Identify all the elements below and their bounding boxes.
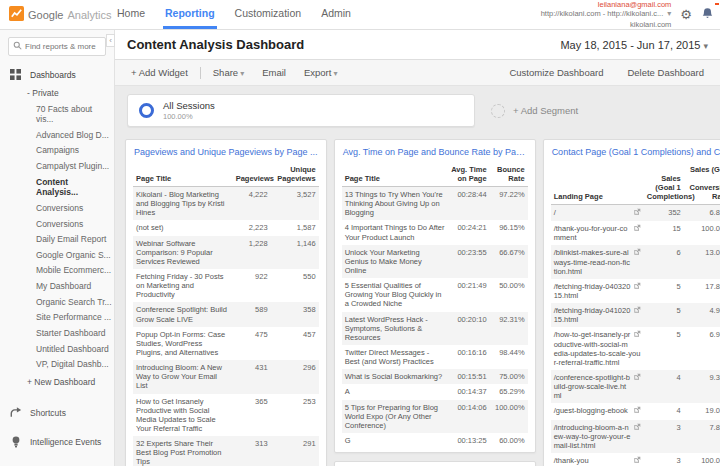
export-button[interactable]: Export▾ bbox=[300, 65, 341, 80]
account-area: leilaniana@gmail.com http://kikolani.com… bbox=[541, 0, 720, 29]
row-value-cell: 00:23:55 bbox=[448, 245, 490, 278]
sidebar-search[interactable] bbox=[8, 37, 106, 56]
row-value-cell: 75.00% bbox=[490, 369, 528, 384]
row-value-cell: 6.94% bbox=[684, 327, 720, 370]
external-link-icon[interactable] bbox=[633, 456, 641, 466]
row-label-cell: /thank-you bbox=[551, 453, 644, 466]
tab-admin[interactable]: Admin bbox=[319, 0, 353, 29]
table-row: Introducing Bloom: A New Way to Grow You… bbox=[133, 360, 319, 393]
sidebar-item-real-time[interactable]: Real-Time bbox=[0, 457, 114, 466]
table-row: Unlock Your Marketing Genius to Make Mon… bbox=[342, 245, 528, 278]
add-segment-button[interactable]: + Add Segment bbox=[491, 104, 578, 118]
sidebar-dashboard-item[interactable]: My Dashboard bbox=[0, 279, 114, 295]
row-label-cell: (not set) bbox=[133, 220, 233, 235]
share-button[interactable]: Share▾ bbox=[209, 65, 248, 80]
row-label-cell: Fetching Friday - 30 Posts on Marketing … bbox=[133, 269, 233, 302]
notification-badge bbox=[715, 3, 719, 5]
sidebar-dashboard-item[interactable]: Organic Search Tr... bbox=[0, 294, 114, 310]
sidebar-dashboard-item[interactable]: Campaigns bbox=[0, 143, 114, 159]
row-value-cell: 296 bbox=[271, 360, 319, 393]
external-link-icon[interactable] bbox=[633, 282, 641, 292]
sidebar-dashboard-item[interactable]: Mobile Ecommerc... bbox=[0, 263, 114, 279]
row-value-cell: 5 bbox=[644, 303, 684, 327]
search-input[interactable] bbox=[25, 42, 101, 51]
sidebar-dashboard-item[interactable]: VP, Digital Dashb... bbox=[0, 357, 114, 373]
new-dashboard-button[interactable]: + New Dashboard bbox=[0, 372, 114, 392]
row-value-cell: 19.05% bbox=[684, 403, 720, 419]
sidebar-dashboard-item[interactable]: Google Organic S... bbox=[0, 247, 114, 263]
segment-all-sessions[interactable]: All Sessions 100.00% bbox=[127, 94, 475, 127]
email-button[interactable]: Email bbox=[258, 65, 290, 80]
tab-home[interactable]: Home bbox=[115, 0, 147, 29]
row-value-cell: 100.00% bbox=[490, 400, 528, 433]
external-link-icon[interactable] bbox=[633, 330, 641, 340]
external-link-icon[interactable] bbox=[633, 373, 641, 383]
row-value-cell: 291 bbox=[271, 436, 319, 466]
notifications-bell[interactable] bbox=[701, 7, 716, 22]
table-row: G00:13:2560.00% bbox=[342, 433, 528, 448]
table-row: How to Get Insanely Productive with Soci… bbox=[133, 394, 319, 437]
sidebar-private-toggle[interactable]: - Private bbox=[0, 85, 114, 101]
external-link-icon[interactable] bbox=[633, 208, 641, 218]
tab-customization[interactable]: Customization bbox=[233, 0, 304, 29]
row-label-cell: / bbox=[551, 205, 644, 222]
external-link-icon[interactable] bbox=[633, 406, 641, 416]
external-link-icon[interactable] bbox=[633, 423, 641, 433]
widget-column-2: Avg. Time on Page and Bounce Rate by Pag… bbox=[334, 139, 536, 466]
widget-title-link[interactable]: Contact Page (Goal 1 Completions) and Co… bbox=[551, 146, 720, 162]
row-label-cell: /blinkist-makes-sure-always-time-read-no… bbox=[551, 245, 644, 278]
gear-icon[interactable]: ⚙ bbox=[680, 8, 692, 21]
customize-dashboard-button[interactable]: Customize Dashboard bbox=[505, 65, 607, 80]
row-label-cell: 32 Experts Share Their Best Blog Post Pr… bbox=[133, 436, 233, 466]
sidebar-dashboard-item[interactable]: 70 Facts about vis... bbox=[0, 101, 114, 127]
sidebar-dashboard-item[interactable]: Conversions bbox=[0, 216, 114, 232]
sidebar-dashboard-item[interactable]: Campalyst Plugin... bbox=[0, 159, 114, 175]
row-value-cell: 475 bbox=[233, 327, 271, 360]
sidebar-dashboard-item[interactable]: Daily Email Report bbox=[0, 232, 114, 248]
row-value-cell: 00:24:21 bbox=[448, 220, 490, 244]
logo-text-google: Google bbox=[28, 9, 63, 21]
sidebar-dashboard-item[interactable]: Starter Dashboard bbox=[0, 325, 114, 341]
external-link-icon[interactable] bbox=[633, 224, 641, 234]
table-row: Fetching Friday - 30 Posts on Marketing … bbox=[133, 269, 319, 302]
google-analytics-logo[interactable]: Google Analytics bbox=[0, 0, 115, 29]
add-widget-button[interactable]: + Add Widget bbox=[127, 65, 192, 80]
column-header: Unique Pageviews bbox=[271, 162, 319, 187]
table-row: 5 Essential Qualities of Growing Your Bl… bbox=[342, 278, 528, 311]
sidebar-item-shortcuts[interactable]: Shortcuts bbox=[0, 398, 114, 427]
external-link-icon[interactable] bbox=[633, 248, 641, 258]
table-row: 4 Important Things to Do After Your Prod… bbox=[342, 220, 528, 244]
pageviews-table: Page TitlePageviewsUnique Pageviews Kiko… bbox=[133, 162, 319, 466]
widget-title-link[interactable]: Pageviews and Unique Pageviews by Page .… bbox=[133, 146, 319, 162]
table-row: Twitter Direct Messages - Best (and Wors… bbox=[342, 345, 528, 369]
row-value-cell: 550 bbox=[271, 269, 319, 302]
row-value-cell: 5 bbox=[644, 279, 684, 303]
row-value-cell: 66.67% bbox=[490, 245, 528, 278]
widget-title-link[interactable]: Avg. Time on Page and Bounce Rate by Pag… bbox=[342, 146, 528, 162]
caret-down-icon: ▾ bbox=[333, 69, 337, 78]
sidebar-dashboard-item[interactable]: Advanced Blog D... bbox=[0, 127, 114, 143]
row-value-cell: 589 bbox=[233, 302, 271, 326]
sidebar-dashboard-item[interactable]: Untitled Dashboard bbox=[0, 341, 114, 357]
tab-reporting[interactable]: Reporting bbox=[163, 0, 217, 29]
date-range-selector[interactable]: May 18, 2015 - Jun 17, 2015▾ bbox=[560, 39, 708, 51]
sidebar-item-intelligence-events[interactable]: Intelligence Events bbox=[0, 427, 114, 457]
sidebar-collapse-button[interactable]: ‹ bbox=[106, 34, 115, 47]
row-value-cell: 6 bbox=[644, 245, 684, 278]
external-link-icon[interactable] bbox=[633, 306, 641, 316]
delete-dashboard-button[interactable]: Delete Dashboard bbox=[623, 65, 708, 80]
row-value-cell: 1,587 bbox=[271, 220, 319, 235]
caret-down-icon: ▾ bbox=[667, 9, 671, 18]
sidebar-dashboard-item[interactable]: Conversions bbox=[0, 200, 114, 216]
sidebar-item-dashboards[interactable]: Dashboards bbox=[0, 64, 114, 85]
row-value-cell: 13.04% bbox=[684, 245, 720, 278]
sidebar-dashboard-item[interactable]: Site Performance ... bbox=[0, 310, 114, 326]
row-label-cell: Introducing Bloom: A New Way to Grow You… bbox=[133, 360, 233, 393]
table-row: (not set)2,2231,587 bbox=[133, 220, 319, 235]
sidebar-dashboard-item[interactable]: Content Analysis... bbox=[0, 174, 114, 200]
account-info[interactable]: leilaniana@gmail.com http://kikolani.com… bbox=[541, 0, 672, 29]
segment-percent: 100.00% bbox=[163, 112, 215, 121]
table-row: /conference-spotlight-build-grow-scale-l… bbox=[551, 370, 720, 403]
table-row: 32 Experts Share Their Best Blog Post Pr… bbox=[133, 436, 319, 466]
table-header-row: Landing PageSales (Goal 1 Completions)Sa… bbox=[551, 162, 720, 205]
